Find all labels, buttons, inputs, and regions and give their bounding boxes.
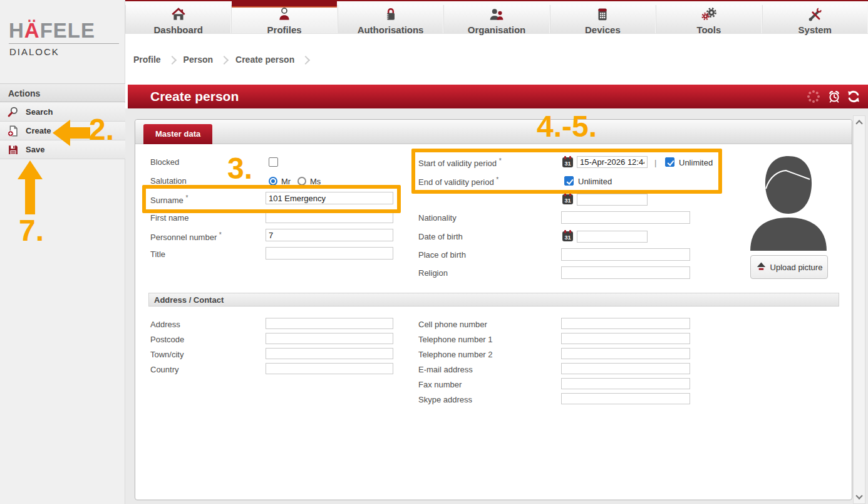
action-search-label: Search <box>26 107 53 117</box>
nav-tab-system[interactable]: System <box>762 5 868 33</box>
annotation-arrow-up-tail <box>25 178 35 214</box>
breadcrumb-create-person[interactable]: Create person <box>235 55 294 65</box>
nav-label: Dashboard <box>126 24 230 35</box>
logo-text: H <box>9 19 24 42</box>
person-icon <box>276 6 292 23</box>
email-input[interactable] <box>561 363 690 374</box>
calendar-icon[interactable]: 31 <box>562 231 573 241</box>
salutation-mr-radio[interactable] <box>269 177 277 186</box>
action-save-label: Save <box>26 145 44 154</box>
town-city-label: Town/city <box>150 350 183 359</box>
nav-label: Devices <box>550 24 655 35</box>
annotation-step-7: 7. <box>19 216 44 246</box>
date-of-birth-label: Date of birth <box>418 232 463 241</box>
nav-label: Authorisations <box>338 24 443 35</box>
breadcrumb-profile[interactable]: Profile <box>133 55 161 65</box>
address-contact-section-title: Address / Contact <box>148 293 839 307</box>
tools-cross-icon <box>807 6 823 23</box>
sidebar: HÄFELE DIALOCK Actions Search Create Sav… <box>0 0 125 504</box>
calendar-day: 31 <box>564 197 571 204</box>
refresh-icon[interactable] <box>846 89 861 104</box>
nav-label: Profiles <box>232 24 336 35</box>
nav-tab-devices[interactable]: Devices <box>550 5 656 33</box>
scroll-up-icon[interactable] <box>855 120 862 127</box>
address-label: Address <box>150 320 180 329</box>
actions-panel-title: Actions <box>0 83 125 102</box>
first-name-label: First name <box>150 213 189 223</box>
place-of-birth-label: Place of birth <box>418 250 466 260</box>
annotation-step-2: 2. <box>89 115 114 145</box>
nav-label: Organisation <box>444 24 549 35</box>
place-of-birth-input[interactable] <box>561 248 690 261</box>
telephone-2-label: Telephone number 2 <box>418 350 493 359</box>
cell-phone-input[interactable] <box>561 318 690 329</box>
personnel-number-label-text: Personnel number <box>150 233 217 242</box>
title-input[interactable] <box>266 247 393 260</box>
upload-picture-label: Upload picture <box>770 263 823 272</box>
nav-tab-dashboard[interactable]: Dashboard <box>125 5 231 33</box>
page-title: Create person <box>150 89 239 104</box>
personnel-number-input[interactable] <box>266 229 393 241</box>
telephone-1-label: Telephone number 1 <box>418 335 493 344</box>
cell-phone-label: Cell phone number <box>418 320 487 329</box>
chevron-right-icon <box>220 55 229 64</box>
gears-icon <box>701 6 717 23</box>
vertical-scrollbar[interactable] <box>853 115 865 504</box>
keypad-icon <box>594 6 611 23</box>
salutation-label: Salutation <box>150 176 187 186</box>
upload-icon <box>756 261 767 273</box>
blocked-checkbox[interactable] <box>269 157 278 167</box>
lock-icon <box>383 6 399 23</box>
dialock-app: HÄFELE DIALOCK Actions Search Create Sav… <box>0 0 868 504</box>
town-city-input[interactable] <box>266 348 393 359</box>
spinner-icon <box>806 89 821 104</box>
annotation-box-surname <box>142 185 401 213</box>
scroll-down-icon[interactable] <box>855 492 862 499</box>
address-input[interactable] <box>266 318 393 329</box>
fax-label: Fax number <box>418 380 462 389</box>
tab-master-data[interactable]: Master data <box>143 124 212 144</box>
fax-input[interactable] <box>561 378 690 389</box>
annotation-arrow-left-head <box>53 120 70 146</box>
nav-tab-organisation[interactable]: Organisation <box>443 5 549 33</box>
chevron-right-icon <box>168 55 177 64</box>
salutation-ms-radio[interactable] <box>297 177 306 186</box>
nationality-input[interactable] <box>561 211 690 224</box>
calendar-day: 31 <box>564 234 571 241</box>
postcode-input[interactable] <box>266 333 393 344</box>
search-icon <box>6 105 20 119</box>
end-validity-date-input[interactable] <box>577 194 648 206</box>
top-nav: Dashboard Profiles Authorisations Organi… <box>125 0 868 34</box>
page-header: Create person <box>128 85 868 108</box>
logo-umlaut: Ä <box>24 19 40 42</box>
breadcrumb-person[interactable]: Person <box>183 55 213 65</box>
skype-label: Skype address <box>418 395 472 404</box>
date-of-birth-input[interactable] <box>577 231 648 243</box>
required-marker: * <box>219 231 222 238</box>
telephone-1-input[interactable] <box>561 333 690 344</box>
hafele-logo: HÄFELE <box>9 19 95 43</box>
nationality-label: Nationality <box>418 213 457 223</box>
telephone-2-input[interactable] <box>561 348 690 359</box>
upload-picture-button[interactable]: Upload picture <box>750 255 828 279</box>
people-icon <box>488 6 505 23</box>
chevron-right-icon <box>301 55 310 64</box>
nav-label: Tools <box>656 24 761 35</box>
religion-label: Religion <box>418 268 448 278</box>
nav-tab-authorisations[interactable]: Authorisations <box>338 5 443 33</box>
nav-tab-profiles[interactable]: Profiles <box>231 5 337 33</box>
home-icon <box>170 6 187 23</box>
annotation-arrow-up-head <box>18 160 43 179</box>
country-input[interactable] <box>266 363 393 374</box>
alarm-clock-icon[interactable] <box>827 89 842 104</box>
skype-input[interactable] <box>561 393 690 404</box>
dialock-wordmark: DIALOCK <box>9 46 59 57</box>
country-label: Country <box>150 365 179 374</box>
person-avatar <box>747 152 830 254</box>
email-label: E-mail address <box>418 365 473 374</box>
save-icon <box>6 143 20 157</box>
annotation-step-3: 3. <box>227 154 252 184</box>
calendar-icon[interactable]: 31 <box>562 194 573 204</box>
nav-tab-tools[interactable]: Tools <box>656 5 762 33</box>
religion-input[interactable] <box>561 266 690 279</box>
